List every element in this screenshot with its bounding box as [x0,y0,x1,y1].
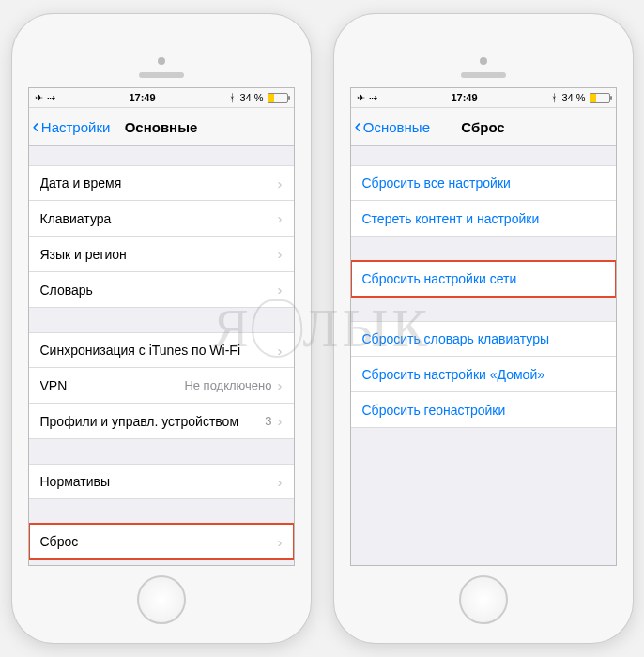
group-gap [29,146,294,165]
cell-label: VPN [40,378,185,393]
list-cell[interactable]: Синхронизация с iTunes по Wi-Fi› [29,332,294,368]
chevron-right-icon: › [278,534,283,550]
airplane-icon: ✈ [357,92,365,104]
cell-label: Профили и управл. устройством [40,414,266,429]
nav-bar: ‹ Основные Сброс [351,108,616,146]
list-cell[interactable]: Нормативы› [29,464,294,499]
reset-list: Сбросить все настройкиСтереть контент и … [351,146,616,428]
cell-label: Сбросить настройки «Домой» [362,367,605,382]
status-time: 17:49 [129,92,155,103]
status-time: 17:49 [451,92,477,103]
back-label: Основные [363,119,430,135]
home-button[interactable] [137,575,186,624]
chevron-right-icon: › [278,246,283,262]
chevron-left-icon: ‹ [33,116,39,137]
back-button[interactable]: ‹ Настройки [29,116,111,137]
cell-label: Сбросить словарь клавиатуры [362,331,605,346]
airplane-icon: ✈ [35,92,43,104]
cell-detail: 3 [265,414,271,428]
chevron-right-icon: › [278,474,283,490]
chevron-left-icon: ‹ [355,116,361,137]
list-cell[interactable]: Язык и регион› [29,237,294,272]
list-cell[interactable]: Сбросить все настройки [351,165,616,201]
battery-pct: 34 % [561,92,585,103]
home-button[interactable] [459,575,508,624]
cell-label: Сбросить настройки сети [362,271,605,286]
battery-icon [590,93,610,103]
status-bar: ✈ ⇢ 17:49 ᚼ 34 % [29,88,294,108]
list-cell[interactable]: Словарь› [29,272,294,308]
cell-label: Сбросить все настройки [362,176,605,191]
screen-left: ✈ ⇢ 17:49 ᚼ 34 % ‹ Настройки Основные Да… [28,87,295,566]
speaker-slot [461,72,506,78]
screen-right: ✈ ⇢ 17:49 ᚼ 34 % ‹ Основные Сброс Сброси… [350,87,617,566]
camera-dot [480,57,487,65]
bluetooth-icon: ᚼ [551,92,558,103]
battery-icon [268,93,288,103]
back-label: Настройки [41,119,111,135]
list-cell[interactable]: Клавиатура› [29,201,294,237]
group-gap [29,308,294,332]
cell-label: Нормативы [40,474,278,489]
settings-list: Дата и время›Клавиатура›Язык и регион›Сл… [29,146,294,559]
camera-dot [158,57,165,65]
cell-label: Клавиатура [40,211,278,226]
group-gap [351,146,616,165]
cell-arrow-icon: ⇢ [47,92,55,104]
group-gap [351,297,616,321]
list-cell[interactable]: Сбросить геонастройки [351,392,616,428]
cell-label: Сброс [40,534,278,549]
phone-top [334,14,633,87]
group-gap [351,237,616,261]
list-cell[interactable]: Дата и время› [29,165,294,201]
battery-pct: 34 % [239,92,263,103]
chevron-right-icon: › [278,343,283,359]
group-gap [29,499,294,524]
cell-arrow-icon: ⇢ [369,92,377,104]
cell-label: Словарь [40,283,278,298]
cell-detail: Не подключено [184,378,271,392]
cell-label: Синхронизация с iTunes по Wi-Fi [40,343,278,358]
back-button[interactable]: ‹ Основные [351,116,431,137]
list-cell[interactable]: Сбросить настройки «Домой» [351,357,616,392]
speaker-slot [139,72,184,78]
list-cell[interactable]: Стереть контент и настройки [351,201,616,237]
cell-label: Сбросить геонастройки [362,403,605,418]
phone-top [12,14,311,87]
list-cell[interactable]: VPNНе подключено› [29,368,294,404]
list-cell[interactable]: Сбросить настройки сети [351,261,616,297]
list-cell[interactable]: Профили и управл. устройством3› [29,404,294,439]
cell-label: Стереть контент и настройки [362,211,605,226]
phone-frame-left: ✈ ⇢ 17:49 ᚼ 34 % ‹ Настройки Основные Да… [12,14,311,643]
chevron-right-icon: › [278,210,283,226]
chevron-right-icon: › [278,282,283,298]
group-gap [29,439,294,464]
cell-label: Язык и регион [40,247,278,262]
list-cell[interactable]: Сброс› [29,524,294,559]
chevron-right-icon: › [278,413,283,429]
chevron-right-icon: › [278,377,283,393]
status-bar: ✈ ⇢ 17:49 ᚼ 34 % [351,88,616,108]
list-cell[interactable]: Сбросить словарь клавиатуры [351,321,616,357]
bluetooth-icon: ᚼ [229,92,236,103]
nav-bar: ‹ Настройки Основные [29,108,294,146]
cell-label: Дата и время [40,176,278,191]
chevron-right-icon: › [278,176,283,191]
phone-frame-right: ✈ ⇢ 17:49 ᚼ 34 % ‹ Основные Сброс Сброси… [334,14,633,643]
